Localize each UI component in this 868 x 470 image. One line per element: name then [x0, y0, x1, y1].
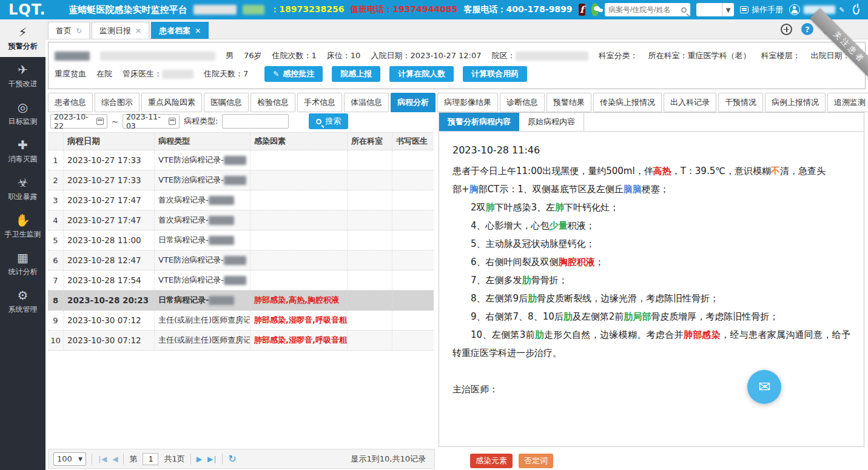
plain-text: 骨皮质断裂线，边缘光滑，考虑陈旧性骨折；: [537, 293, 719, 304]
calendar-icon[interactable]: [96, 118, 104, 125]
search-button[interactable]: 搜索: [309, 113, 348, 129]
chevron-down-icon: ▼: [78, 456, 82, 462]
detail-tab-bar: 患者信息综合图示重点风险因素医嘱信息检验信息手术信息体温信息病程分析病理影像结果…: [48, 93, 868, 112]
detail-tab-病理影像结果[interactable]: 病理影像结果: [437, 93, 498, 112]
add-circle-icon[interactable]: [781, 24, 792, 35]
date-from-input[interactable]: 2023-10-22: [50, 114, 107, 129]
redacted-text: [55, 52, 90, 61]
detail-tab-手术信息[interactable]: 手术信息: [297, 93, 342, 112]
chevron-down-icon[interactable]: ▼: [722, 3, 734, 16]
edit-profile-icon[interactable]: ✎: [839, 6, 844, 14]
close-icon[interactable]: ✕: [135, 27, 141, 35]
button-计算在院人数[interactable]: 计算在院人数: [389, 66, 454, 82]
tab-warning-analysis-content[interactable]: 预警分析病程内容: [439, 113, 519, 131]
detail-tab-病例上报情况[interactable]: 病例上报情况: [765, 93, 826, 112]
sidebar-item-early-warning-analysis[interactable]: ⚡预警分析: [0, 19, 45, 57]
highlight-blue-text: 胸: [469, 184, 479, 195]
next-page-button[interactable]: ▶: [197, 455, 202, 463]
search-icon[interactable]: [681, 7, 687, 13]
sidebar-item-disinfection-sterilization[interactable]: ✚消毒灭菌: [0, 132, 45, 170]
cell-writer-doctor: [392, 331, 434, 350]
course-filter-row: 2023-10-22 ~ 2023-11-03 病程类型: 搜索: [50, 113, 348, 129]
sidebar-item-target-monitoring[interactable]: ◎目标监测: [0, 95, 45, 132]
detail-tab-医嘱信息[interactable]: 医嘱信息: [204, 93, 249, 112]
sidebar-item-label: 预警分析: [8, 41, 38, 52]
window-tab-首页[interactable]: 首页↻: [48, 22, 90, 39]
button-label: 感控批注: [283, 69, 314, 79]
patient-search-input[interactable]: [608, 5, 681, 14]
table-row[interactable]: 62023-10-28 12:47VTE防治病程记录-: [48, 250, 434, 270]
cell-course-type: 日常病程记录-: [155, 290, 251, 310]
page-number-input[interactable]: [143, 453, 158, 465]
detail-tab-出入科记录[interactable]: 出入科记录: [664, 93, 716, 112]
table-row[interactable]: 92023-10-30 07:12主任(或副主任)医师查房记录肺部感染,湿啰音,…: [48, 311, 434, 331]
sidebar-item-intervention-improvement[interactable]: ✈干预改进: [0, 57, 45, 95]
cell-course-type: VTE防治病程记录-: [155, 150, 251, 170]
table-row[interactable]: 72023-10-28 17:54VTE防治病程记录-: [48, 270, 434, 290]
wechat-icon[interactable]: [591, 3, 599, 16]
table-row[interactable]: 22023-10-27 17:33VTE防治病程记录-: [48, 170, 434, 190]
table-row[interactable]: 102023-10-30 07:12主任(或副主任)医师查房记录肺部感染,湿啰音…: [48, 331, 434, 351]
detail-tab-患者信息[interactable]: 患者信息: [48, 93, 93, 112]
table-row[interactable]: 32023-10-27 17:47首次病程记录-: [48, 190, 434, 210]
help-icon-1[interactable]: ?: [801, 23, 813, 35]
detail-tab-追溯监测[interactable]: 追溯监测: [827, 93, 868, 112]
sidebar-item-system-management[interactable]: ⚙系统管理: [0, 283, 45, 320]
highlight-green-text: 肋局部: [624, 311, 651, 322]
sidebar-item-label: 手卫生监测: [5, 229, 41, 240]
patient-search-box[interactable]: [605, 3, 690, 16]
app-logo: LQT.: [8, 1, 46, 18]
course-record-table: 病程日期病程类型感染因素所在科室书写医生12023-10-27 17:33VTE…: [48, 132, 434, 351]
cell-index: 3: [48, 190, 64, 210]
tab-original-course-content[interactable]: 原始病程内容: [519, 113, 584, 131]
cell-course-date: 2023-10-28 20:23: [64, 290, 155, 310]
refresh-icon[interactable]: ↻: [228, 453, 236, 465]
header-dropdown-select[interactable]: ▼: [696, 3, 734, 16]
page-size-select[interactable]: 100 ▼: [53, 452, 86, 466]
detail-tab-预警结果[interactable]: 预警结果: [547, 93, 591, 112]
course-content-text: 2023-10-28 11:46 患者于今日上午11:00出现黑便，量约500m…: [439, 132, 864, 408]
detail-tab-综合图示[interactable]: 综合图示: [95, 93, 140, 112]
flash-plugin-icon[interactable]: f: [579, 4, 585, 16]
detail-tab-诊断信息[interactable]: 诊断信息: [500, 93, 545, 112]
first-page-button[interactable]: ∣◀: [98, 455, 107, 463]
cell-index: 8: [48, 290, 64, 310]
manual-link[interactable]: 操作手册: [740, 4, 783, 15]
date-to-input[interactable]: 2023-11-03: [123, 114, 180, 129]
redacted-text: [209, 196, 234, 205]
sidebar-item-occupational-exposure[interactable]: ☣职业暴露: [0, 170, 45, 207]
plain-text: 清，急查头: [780, 166, 826, 176]
detail-tab-病程分析[interactable]: 病程分析: [391, 93, 436, 112]
table-row[interactable]: 42023-10-27 17:47首次病程记录-: [48, 210, 434, 230]
last-page-button[interactable]: ▶∣: [207, 455, 217, 463]
button-院感上报[interactable]: 院感上报: [332, 66, 380, 82]
refresh-icon[interactable]: ↻: [76, 27, 82, 35]
table-row[interactable]: 12023-10-27 17:33VTE防治病程记录-: [48, 150, 434, 170]
cell-index: 1: [48, 150, 64, 170]
cell-course-type: VTE防治病程记录-: [155, 170, 251, 190]
window-tab-患者档案[interactable]: 患者档案✕: [151, 22, 209, 39]
course-type-input[interactable]: [222, 114, 289, 129]
close-icon[interactable]: ✕: [195, 27, 201, 35]
sidebar-item-statistical-analysis[interactable]: ▦统计分析: [0, 245, 45, 283]
course-paragraph: 6、右侧叶间裂及双侧胸腔积液；: [453, 253, 850, 271]
calendar-icon[interactable]: [169, 118, 176, 125]
training-phone-number: ：18973238256: [271, 4, 344, 15]
prev-page-button[interactable]: ◀: [112, 455, 118, 463]
window-tab-监测日报[interactable]: 监测日报✕: [92, 22, 149, 39]
table-row[interactable]: 52023-10-28 11:00日常病程记录-: [48, 230, 434, 250]
sidebar-item-hand-hygiene-monitoring[interactable]: ✋手卫生监测: [0, 207, 45, 245]
button-计算联合用药[interactable]: 计算联合用药: [463, 66, 527, 82]
detail-tab-干预情况[interactable]: 干预情况: [718, 93, 763, 112]
redacted-text: [209, 216, 234, 225]
button-感控批注[interactable]: ✎感控批注: [264, 66, 323, 82]
plain-text: 7、左侧多发: [471, 275, 522, 286]
detail-tab-重点风险因素[interactable]: 重点风险因素: [141, 93, 202, 112]
detail-tab-体温信息[interactable]: 体温信息: [344, 93, 389, 112]
table-row[interactable]: 82023-10-28 20:23日常病程记录-肺部感染,高热,胸腔积液: [48, 290, 434, 311]
cell-department: [348, 250, 392, 270]
detail-tab-传染病上报情况[interactable]: 传染病上报情况: [593, 93, 662, 112]
message-mail-button[interactable]: ✉: [747, 370, 781, 404]
logout-power-icon[interactable]: [853, 5, 860, 15]
detail-tab-检验信息[interactable]: 检验信息: [251, 93, 295, 112]
